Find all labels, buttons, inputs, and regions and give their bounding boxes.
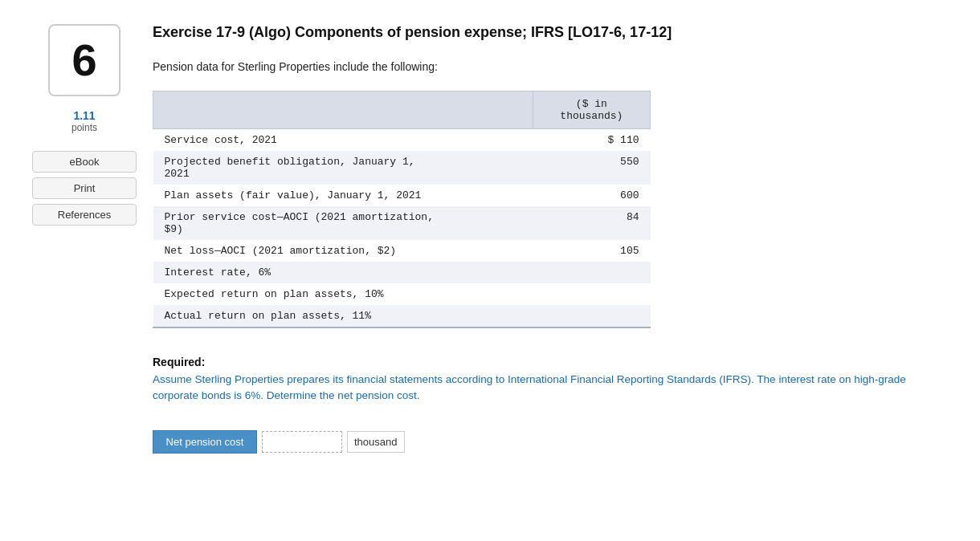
table-bottom-border	[153, 327, 651, 328]
pension-data-table: ($ inthousands) Service cost, 2021$ 110P…	[153, 91, 651, 327]
col-header-label	[153, 92, 533, 129]
answer-unit: thousand	[347, 431, 405, 453]
table-row: Prior service cost—AOCI (2021 amortizati…	[153, 206, 651, 240]
points-value: 1.11	[71, 109, 97, 122]
table-cell-label: Actual return on plan assets, 11%	[153, 305, 533, 327]
print-button[interactable]: Print	[32, 177, 137, 199]
table-cell-value: 84	[533, 206, 650, 240]
table-cell-label: Interest rate, 6%	[153, 262, 533, 283]
table-cell-value: 105	[533, 240, 650, 262]
question-number: 6	[71, 38, 96, 83]
table-row: Projected benefit obligation, January 1,…	[153, 151, 651, 185]
table-cell-label: Projected benefit obligation, January 1,…	[153, 151, 533, 185]
table-cell-value	[533, 262, 650, 283]
table-cell-label: Net loss—AOCI (2021 amortization, $2)	[153, 240, 533, 262]
table-cell-label: Plan assets (fair value), January 1, 202…	[153, 185, 533, 206]
table-row: Actual return on plan assets, 11%	[153, 305, 651, 327]
table-cell-value: 600	[533, 185, 650, 206]
ebook-button[interactable]: eBook	[32, 151, 137, 173]
required-section: Required: Assume Sterling Properties pre…	[153, 356, 948, 405]
table-cell-value	[533, 283, 650, 305]
table-row: Service cost, 2021$ 110	[153, 129, 651, 152]
answer-row: Net pension cost thousand	[153, 430, 948, 454]
table-cell-label: Prior service cost—AOCI (2021 amortizati…	[153, 206, 533, 240]
intro-text: Pension data for Sterling Properties inc…	[153, 60, 948, 73]
table-row: Expected return on plan assets, 10%	[153, 283, 651, 305]
data-table-wrapper: ($ inthousands) Service cost, 2021$ 110P…	[153, 91, 948, 340]
net-pension-cost-input[interactable]	[262, 431, 342, 453]
question-number-box: 6	[48, 24, 120, 96]
table-row: Net loss—AOCI (2021 amortization, $2)105	[153, 240, 651, 262]
exercise-title: Exercise 17-9 (Algo) Components of pensi…	[153, 24, 948, 41]
table-cell-label: Expected return on plan assets, 10%	[153, 283, 533, 305]
table-cell-value: 550	[533, 151, 650, 185]
table-row: Interest rate, 6%	[153, 262, 651, 283]
table-cell-value	[533, 305, 650, 327]
sidebar-buttons: eBook Print References	[32, 151, 137, 226]
required-label: Required:	[153, 356, 205, 368]
points-section: 1.11 points	[71, 109, 97, 133]
answer-label: Net pension cost	[153, 430, 257, 454]
table-cell-label: Service cost, 2021	[153, 129, 533, 152]
col-header-value: ($ inthousands)	[533, 92, 650, 129]
references-button[interactable]: References	[32, 204, 137, 226]
table-cell-value: $ 110	[533, 129, 650, 152]
required-text: Assume Sterling Properties prepares its …	[153, 372, 948, 405]
table-header-row: ($ inthousands)	[153, 92, 651, 129]
table-row: Plan assets (fair value), January 1, 202…	[153, 185, 651, 206]
points-label: points	[71, 122, 97, 133]
